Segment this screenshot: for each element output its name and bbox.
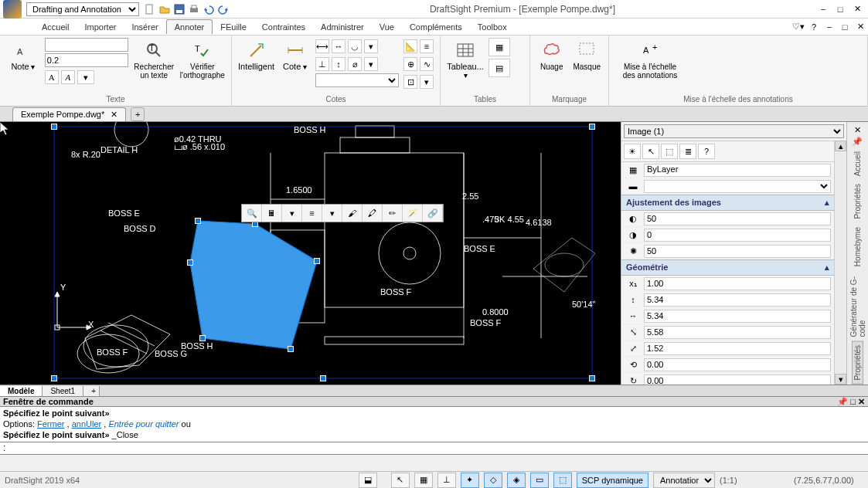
dim-icon-13[interactable]: ⊡: [403, 75, 417, 89]
selection-filter-dropdown[interactable]: Image (1): [624, 124, 844, 138]
mask-button[interactable]: Masque: [572, 38, 603, 71]
layer-value[interactable]: ByLayer: [644, 164, 831, 177]
frame-grip[interactable]: [51, 124, 57, 130]
vtab-proprietes[interactable]: Propriétés: [853, 181, 863, 222]
text-style-field[interactable]: [45, 38, 128, 52]
save-icon[interactable]: [173, 3, 186, 15]
close-button[interactable]: ✕: [849, 3, 865, 15]
annotation-scale-button[interactable]: A+ Mise à l'échelle des annotations: [615, 38, 685, 80]
drawing-canvas[interactable]: DETAIL H 8x R.20 ø0.42 THRU ⌴ø .56 x.010…: [0, 122, 621, 385]
dim-icon-3[interactable]: ◡: [348, 39, 362, 53]
dim-icon-7[interactable]: ⌀: [348, 57, 362, 71]
cmd-option-fermer[interactable]: Fermer: [37, 419, 64, 429]
dim-icon-11[interactable]: ⊕: [403, 57, 417, 71]
dim-icon-8[interactable]: ▾: [364, 57, 378, 71]
dim-icon-9[interactable]: 📐: [403, 39, 417, 53]
menu-contraintes[interactable]: Contraintes: [254, 20, 313, 34]
status-otrack-icon[interactable]: ◈: [507, 473, 526, 488]
scroll-up-icon[interactable]: ▴: [835, 141, 846, 151]
note-button[interactable]: A Note ▾: [6, 38, 40, 71]
doc-restore-button[interactable]: □: [837, 21, 853, 33]
frame-grip[interactable]: [589, 375, 595, 381]
new-file-icon[interactable]: [144, 3, 156, 15]
cmd-pin-icon[interactable]: 📌: [837, 397, 848, 406]
doc-close-button[interactable]: ✕: [853, 21, 868, 33]
add-sheet-button[interactable]: +: [83, 386, 100, 396]
status-grid-icon[interactable]: ▦: [414, 473, 433, 488]
list-icon[interactable]: ≡: [302, 205, 322, 222]
document-tab[interactable]: Exemple Pompe.dwg* ✕: [12, 107, 126, 121]
add-tab-button[interactable]: +: [131, 107, 145, 121]
geom-scale-field[interactable]: [644, 277, 831, 290]
status-polar-icon[interactable]: ✦: [461, 473, 479, 488]
layer-icon-1[interactable]: 🖌: [342, 205, 363, 222]
geom-rot-field[interactable]: [644, 374, 831, 385]
workspace-dropdown[interactable]: Drafting and Annotation: [26, 2, 139, 16]
section-geometry[interactable]: Géométrie▴: [621, 259, 834, 276]
table-icon-1[interactable]: ▦: [488, 38, 510, 56]
geom-width-field[interactable]: [644, 293, 831, 307]
vtab-gcode[interactable]: Générateur de G-code: [849, 271, 867, 340]
dim-icon-5[interactable]: ⊥: [315, 57, 329, 71]
help-icon[interactable]: ?: [806, 21, 822, 33]
menu-administrer[interactable]: Administrer: [313, 20, 372, 34]
section-image-adjust[interactable]: Ajustement des images▴: [621, 195, 834, 211]
undo-icon[interactable]: [203, 3, 215, 15]
status-lwt-icon[interactable]: ▭: [530, 473, 549, 488]
help-dropdown-icon[interactable]: ♡▾: [791, 21, 806, 33]
minimize-button[interactable]: −: [815, 3, 831, 15]
props-toolbar-icon-3[interactable]: ⬚: [661, 144, 678, 159]
grip-handle[interactable]: [288, 346, 294, 352]
contrast-field[interactable]: [644, 229, 831, 242]
vtab-proprietes-2[interactable]: Propriétés: [852, 341, 863, 385]
table-icon-2[interactable]: ▤: [488, 59, 510, 77]
dimension-button[interactable]: Cote ▾: [279, 38, 311, 71]
command-prompt[interactable]: :: [0, 442, 868, 455]
menu-complements[interactable]: Compléments: [402, 20, 470, 34]
scp-dynamic-button[interactable]: SCP dynamique: [577, 473, 648, 488]
linetype-dropdown[interactable]: [644, 180, 831, 193]
fade-field[interactable]: [644, 245, 831, 258]
dim-style-dropdown[interactable]: [315, 73, 399, 87]
brightness-field[interactable]: [644, 212, 831, 225]
close-dock-icon[interactable]: ✕: [854, 125, 861, 135]
status-dyn-icon[interactable]: ⬚: [553, 473, 572, 488]
cmd-restore-icon[interactable]: □: [850, 397, 856, 406]
dim-icon-4[interactable]: ▾: [364, 39, 378, 53]
props-toolbar-icon-1[interactable]: ☀: [624, 144, 641, 159]
text-format-icon-1[interactable]: A: [45, 70, 59, 84]
dim-icon-14[interactable]: ▾: [420, 75, 434, 89]
pin-icon[interactable]: 📌: [852, 137, 864, 147]
table-button[interactable]: Tableau... ▾: [447, 38, 484, 80]
frame-grip[interactable]: [320, 375, 326, 381]
sheet1-tab[interactable]: Sheet1: [43, 386, 83, 396]
menu-importer[interactable]: Importer: [77, 20, 124, 34]
props-toolbar-icon-4[interactable]: ≣: [679, 144, 696, 159]
status-ortho-icon[interactable]: ⊥: [437, 473, 456, 488]
link-icon[interactable]: 🔗: [423, 205, 443, 222]
menu-feuille[interactable]: FEuille: [213, 20, 254, 34]
cmd-option-annuler[interactable]: annUler: [72, 419, 102, 429]
dropdown-1[interactable]: ▾: [282, 205, 302, 222]
print-icon[interactable]: [188, 3, 200, 15]
geom-x-field[interactable]: [644, 326, 831, 339]
cloud-button[interactable]: Nuage: [536, 38, 567, 71]
vtab-homebyme[interactable]: Homebyme: [853, 224, 863, 269]
menu-vue[interactable]: Vue: [372, 20, 402, 34]
grip-handle[interactable]: [314, 258, 320, 264]
text-format-dropdown[interactable]: ▾: [77, 70, 94, 84]
geom-z-field[interactable]: [644, 358, 831, 371]
layer-icon-2[interactable]: 🖍: [363, 205, 383, 222]
spellcheck-button[interactable]: T Vérifier l'orthographe: [180, 38, 225, 80]
geom-height-field[interactable]: [644, 310, 831, 323]
geom-y-field[interactable]: [644, 342, 831, 355]
text-scale-field[interactable]: [45, 53, 128, 67]
grip-handle[interactable]: [195, 218, 201, 224]
props-help-icon[interactable]: ?: [698, 144, 715, 159]
doc-minimize-button[interactable]: −: [822, 21, 837, 33]
find-text-button[interactable]: T Rechercher un texte: [133, 38, 175, 80]
grip-handle[interactable]: [199, 335, 206, 341]
cmd-close-icon[interactable]: ✕: [858, 397, 865, 406]
brush-icon[interactable]: 🪄: [403, 205, 423, 222]
status-btn-1[interactable]: ⬓: [359, 473, 377, 488]
